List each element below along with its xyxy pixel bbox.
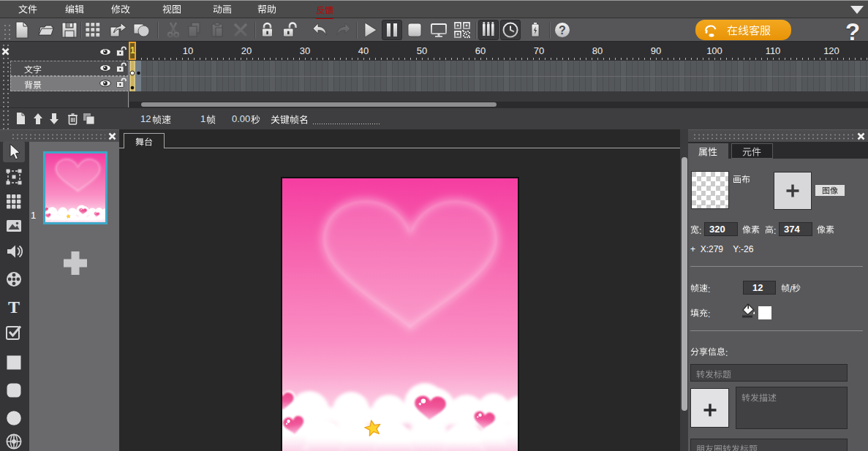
svg-text:T: T [8, 297, 20, 317]
svg-text:?: ? [559, 24, 566, 37]
